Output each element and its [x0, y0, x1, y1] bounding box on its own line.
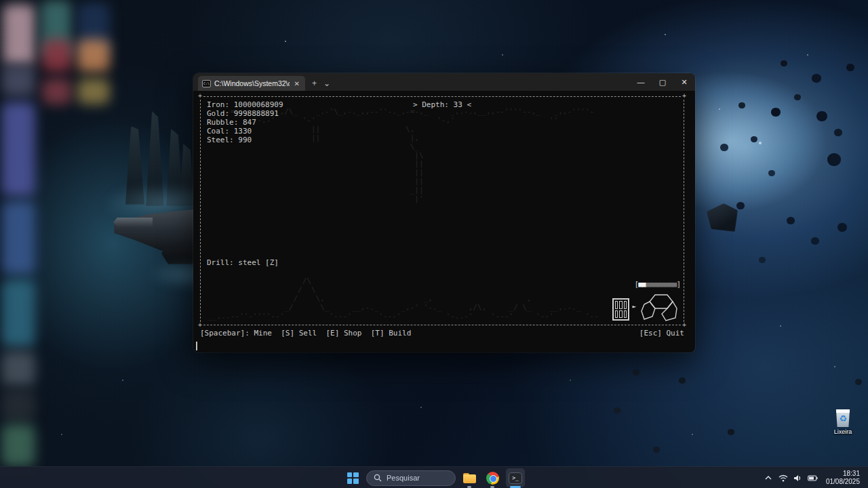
terminal-window: C:\ C:\Windows\System32\cmd.e ✕ + ⌄ — ▢ …	[193, 73, 695, 352]
border-corner: +	[198, 94, 202, 98]
maximize-button[interactable]: ▢	[652, 73, 673, 91]
menu-actions: [Spacebar]: Mine [S] Sell [E] Shop [T] B…	[200, 329, 411, 338]
taskbar-clock[interactable]: 18:31 01/08/2025	[822, 470, 865, 487]
progress-bracket: ]	[676, 280, 680, 289]
system-tray: 18:31 01/08/2025	[762, 467, 865, 488]
menu-quit: [Esc] Quit	[639, 329, 684, 338]
terminal-titlebar[interactable]: C:\ C:\Windows\System32\cmd.e ✕ + ⌄ — ▢ …	[193, 73, 695, 91]
spaceship-nose	[113, 218, 153, 227]
clock-time: 18:31	[826, 470, 860, 479]
progress-filled: ■■	[638, 280, 646, 289]
battery-icon[interactable]	[807, 467, 819, 488]
folder-icon	[463, 473, 476, 483]
drill-status: Drill: steel [Z]	[207, 259, 279, 268]
border-corner: +	[682, 323, 686, 327]
recycle-bin-icon: ♻	[835, 409, 850, 427]
taskbar: Pesquisar >_	[0, 466, 868, 488]
recycle-arrows-icon: ♻	[835, 412, 850, 427]
minimize-button[interactable]: —	[630, 73, 652, 91]
volume-icon[interactable]	[792, 467, 804, 488]
new-tab-button[interactable]: +	[312, 79, 317, 88]
border-corner: +	[198, 323, 202, 327]
arrow-right-icon: ►	[633, 302, 636, 311]
blurred-desktop-icon	[1, 102, 35, 197]
blurred-desktop-icon	[1, 351, 35, 386]
clock-date: 01/08/2025	[826, 478, 860, 487]
taskbar-file-explorer[interactable]	[460, 468, 479, 487]
tab-title: C:\Windows\System32\cmd.e	[214, 79, 290, 87]
terminal-tab[interactable]: C:\ C:\Windows\System32\cmd.e ✕	[198, 76, 305, 91]
blurred-desktop-icon	[42, 79, 72, 104]
blurred-desktop-icon	[77, 39, 110, 72]
progress-empty: ■■■■■■■■	[646, 280, 676, 289]
asteroid-large	[707, 203, 738, 232]
taskbar-terminal[interactable]: >_	[506, 468, 525, 487]
border-corner: +	[682, 94, 686, 98]
terminal-cursor	[196, 342, 197, 350]
terminal-content[interactable]: + + + + _.-=-._ _,/\_ _.-'\_,-._,,--''-.…	[193, 91, 695, 352]
blurred-desktop-icon	[3, 4, 35, 65]
terminal-icon: >_	[509, 472, 522, 484]
search-placeholder: Pesquisar	[387, 474, 420, 482]
start-button[interactable]	[343, 468, 362, 487]
blurred-desktop-icon	[77, 79, 110, 104]
progress-bar: [■■■■■■■■■■]	[635, 281, 680, 289]
cmd-tab-icon: C:\	[202, 80, 211, 87]
tab-close-icon[interactable]: ✕	[293, 80, 301, 87]
blurred-desktop-icon	[42, 39, 72, 72]
windows-logo-icon	[347, 472, 359, 484]
taskbar-center: Pesquisar >_	[343, 467, 525, 488]
tab-dropdown-icon[interactable]: ⌄	[323, 79, 330, 88]
chrome-icon	[486, 472, 499, 485]
wifi-icon[interactable]	[777, 467, 789, 488]
terrain-ascii-bottom: /\ / \ / \, _, , _/ \_ __,-._ _,-' '-._ …	[203, 277, 599, 321]
rock-ascii-art	[640, 293, 679, 323]
game-viewport-border: + + + + _.-=-._ _,/\_ _.-'\_,-._,,--''-.…	[200, 96, 684, 325]
taskbar-chrome[interactable]	[483, 468, 502, 487]
blurred-desktop-icon	[1, 65, 35, 96]
game-menu: [Spacebar]: Mine [S] Sell [E] Shop [T] B…	[200, 329, 684, 338]
recycle-bin-label: Lixeira	[829, 428, 857, 435]
asteroid-field	[0, 0, 5, 5]
recycle-bin[interactable]: ♻ Lixeira	[829, 409, 857, 435]
blurred-desktop-icon	[1, 424, 35, 466]
blurred-desktop-icon	[1, 389, 35, 422]
search-icon	[374, 474, 382, 482]
building-ascii-art	[612, 298, 629, 321]
window-controls: — ▢ ✕	[630, 73, 695, 91]
blurred-desktop-icon	[1, 201, 35, 275]
blurred-desktop-icon	[1, 279, 35, 347]
search-input[interactable]: Pesquisar	[366, 470, 456, 486]
tray-chevron-up-icon[interactable]	[762, 467, 774, 488]
depth-indicator: > Depth: 33 <	[201, 101, 684, 110]
close-button[interactable]: ✕	[673, 73, 695, 91]
